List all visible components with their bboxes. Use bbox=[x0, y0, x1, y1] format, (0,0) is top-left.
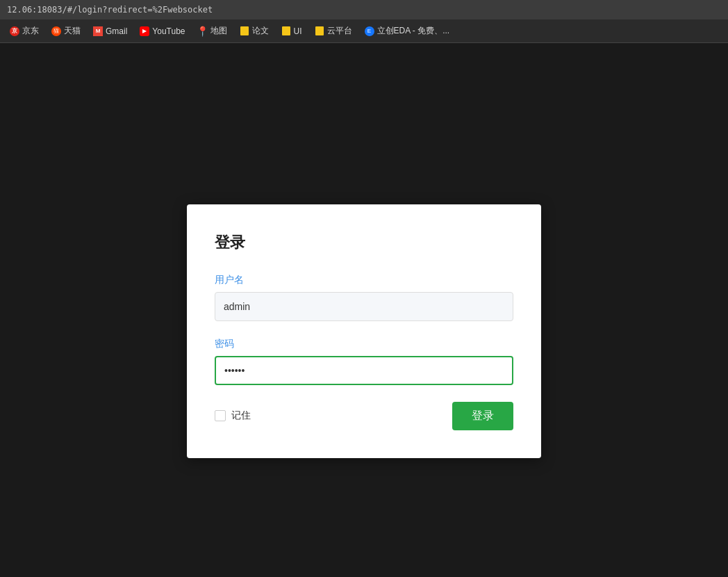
username-label: 用户名 bbox=[215, 274, 513, 286]
bookmark-cloud-label: 云平台 bbox=[327, 25, 352, 37]
remember-label[interactable]: 记住 bbox=[231, 409, 251, 422]
password-label: 密码 bbox=[215, 338, 513, 350]
bookmark-ui[interactable]: UI bbox=[276, 24, 308, 38]
bookmark-eda[interactable]: E 立创EDA - 免费、... bbox=[359, 23, 456, 39]
gmail-icon: M bbox=[93, 26, 103, 36]
bookmark-paper-label: 论文 bbox=[252, 25, 269, 37]
remember-section: 记住 bbox=[215, 409, 251, 422]
bookmark-maps[interactable]: 📍 地图 bbox=[192, 23, 233, 39]
youtube-icon: ▶ bbox=[140, 26, 149, 36]
login-dialog: 登录 用户名 密码 记住 登录 bbox=[187, 204, 541, 458]
username-input[interactable] bbox=[215, 292, 513, 321]
jd-icon: 京 bbox=[10, 26, 19, 36]
bookmark-eda-label: 立创EDA - 免费、... bbox=[377, 25, 450, 37]
address-text: 12.06:18083/#/login?redirect=%2Fwebsocke… bbox=[7, 5, 213, 15]
username-group: 用户名 bbox=[215, 274, 513, 321]
bookmark-tmall-label: 天猫 bbox=[64, 25, 81, 37]
bookmark-gmail[interactable]: M Gmail bbox=[88, 24, 133, 38]
ui-icon bbox=[281, 26, 291, 36]
bookmark-gmail-label: Gmail bbox=[106, 26, 127, 36]
bookmark-jd[interactable]: 京 京东 bbox=[4, 23, 44, 39]
eda-icon: E bbox=[365, 26, 374, 36]
address-bar: 12.06:18083/#/login?redirect=%2Fwebsocke… bbox=[0, 0, 728, 19]
cloud-icon bbox=[315, 26, 324, 36]
login-button[interactable]: 登录 bbox=[452, 402, 513, 430]
browser-chrome: 12.06:18083/#/login?redirect=%2Fwebsocke… bbox=[0, 0, 728, 43]
tmall-icon: 猫 bbox=[51, 26, 61, 36]
bookmark-paper[interactable]: 论文 bbox=[234, 23, 274, 39]
bookmark-ui-label: UI bbox=[294, 26, 302, 36]
form-footer: 记住 登录 bbox=[215, 402, 513, 430]
main-content: 登录 用户名 密码 记住 登录 bbox=[0, 43, 728, 577]
bookmark-youtube[interactable]: ▶ YouTube bbox=[134, 24, 190, 38]
login-title: 登录 bbox=[215, 232, 513, 253]
password-group: 密码 bbox=[215, 338, 513, 385]
bookmark-youtube-label: YouTube bbox=[152, 26, 185, 36]
password-input[interactable] bbox=[215, 356, 513, 385]
maps-icon: 📍 bbox=[198, 26, 208, 36]
paper-icon bbox=[240, 26, 249, 36]
bookmarks-bar: 京 京东 猫 天猫 M Gmail ▶ YouTube bbox=[0, 19, 728, 43]
bookmark-jd-label: 京东 bbox=[22, 25, 39, 37]
remember-checkbox[interactable] bbox=[215, 410, 226, 421]
bookmark-cloud[interactable]: 云平台 bbox=[309, 23, 358, 39]
bookmark-tmall[interactable]: 猫 天猫 bbox=[46, 23, 86, 39]
bookmark-maps-label: 地图 bbox=[210, 25, 227, 37]
